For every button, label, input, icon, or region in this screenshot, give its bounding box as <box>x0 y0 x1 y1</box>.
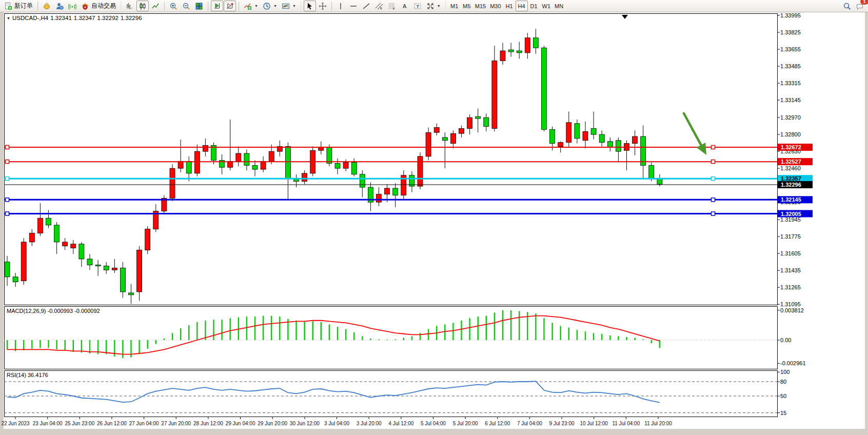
candle-up <box>63 242 68 246</box>
timeframe-button-m30[interactable]: M30 <box>488 1 503 11</box>
candle-down <box>186 162 191 173</box>
candle-down <box>285 146 290 178</box>
timeframe-button-m1[interactable]: M1 <box>448 1 461 11</box>
new-order-label: 新订单 <box>14 2 33 10</box>
fibonacci-button[interactable]: F <box>386 1 398 11</box>
svg-text:1.33825: 1.33825 <box>780 29 801 35</box>
chart-canvas[interactable]: 1.339951.338251.336551.334851.333151.331… <box>0 0 868 435</box>
candle-up <box>178 162 183 169</box>
channel-icon: E <box>375 2 383 10</box>
channel-button[interactable]: E <box>373 1 385 11</box>
timeframe-button-m5[interactable]: M5 <box>461 1 473 11</box>
svg-text:50: 50 <box>780 393 786 399</box>
crosshair-button[interactable] <box>317 1 329 11</box>
signals-icon <box>68 2 76 10</box>
candle-down <box>46 218 51 225</box>
cursor-button[interactable] <box>304 1 316 11</box>
svg-text:3 Jul 04:00: 3 Jul 04:00 <box>324 421 349 426</box>
text-label-button[interactable]: T <box>411 1 424 11</box>
svg-text:1.31265: 1.31265 <box>780 284 801 290</box>
candle-down <box>550 129 555 143</box>
text-button[interactable]: A <box>399 1 411 11</box>
bar-chart-button[interactable] <box>124 1 136 11</box>
candle-up <box>236 153 241 162</box>
timeframe-button-m15[interactable]: M15 <box>473 1 488 11</box>
line-chart-button[interactable] <box>149 1 162 11</box>
line-handle <box>6 198 9 202</box>
timeframe-button-w1[interactable]: W1 <box>540 1 553 11</box>
svg-text:A: A <box>403 3 407 9</box>
candle-down <box>13 277 18 282</box>
candle-up <box>558 143 563 147</box>
candle-up <box>377 194 382 203</box>
candle-up <box>525 38 530 53</box>
dropdown-arrow-icon: ▼ <box>254 4 258 8</box>
candle-down <box>533 38 538 48</box>
svg-text:1.31435: 1.31435 <box>780 267 801 273</box>
candle-down <box>393 188 398 195</box>
vertical-line-icon <box>337 2 345 10</box>
candle-down <box>591 128 596 134</box>
auto-scroll-icon <box>213 2 221 10</box>
svg-text:1.32296: 1.32296 <box>781 182 801 188</box>
zoom-out-button[interactable] <box>180 1 192 11</box>
signals-button[interactable] <box>66 1 78 11</box>
svg-text:4 Jul 12:00: 4 Jul 12:00 <box>388 421 413 426</box>
candle-up <box>71 244 76 248</box>
svg-text:23 Jun 04:00: 23 Jun 04:00 <box>33 421 63 426</box>
auto-scroll-button[interactable] <box>211 1 223 11</box>
timeframe-button-mn[interactable]: MN <box>553 1 565 11</box>
candle-up <box>21 242 26 281</box>
line-handle <box>6 212 9 215</box>
search-button[interactable] <box>841 1 853 11</box>
vertical-line-button[interactable] <box>334 1 347 11</box>
zoom-out-icon <box>182 2 190 10</box>
arrows-button[interactable]: ▼ <box>424 1 443 11</box>
timeframe-button-h1[interactable]: H1 <box>503 1 516 11</box>
candle-down <box>79 244 84 259</box>
svg-text:100: 100 <box>780 369 790 375</box>
toolbar-grip <box>120 2 122 11</box>
svg-text:1.31095: 1.31095 <box>780 301 801 307</box>
svg-text:3 Jul 20:00: 3 Jul 20:00 <box>357 421 382 426</box>
community-button[interactable] <box>53 1 66 11</box>
dropdown-arrow-icon: ▼ <box>437 4 441 8</box>
candle-up <box>269 151 274 161</box>
trendline-button[interactable] <box>360 1 372 11</box>
svg-text:27 Jun 20:00: 27 Jun 20:00 <box>161 421 191 426</box>
autotrade-button[interactable]: 自动交易 <box>79 1 118 11</box>
candlestick-chart-button[interactable] <box>136 1 149 11</box>
chart-shift-button[interactable] <box>224 1 236 11</box>
candle-up <box>492 61 497 128</box>
zoom-in-button[interactable] <box>167 1 180 11</box>
templates-button[interactable]: ▼ <box>280 1 298 11</box>
trendline-icon <box>362 2 370 10</box>
line-handle <box>6 177 9 181</box>
templates-icon <box>282 2 290 10</box>
candle-down <box>351 163 357 174</box>
toolbar-separator <box>331 2 332 11</box>
svg-text:11 Jul 20:00: 11 Jul 20:00 <box>644 421 672 426</box>
candle-down <box>484 117 489 126</box>
svg-text:1.33315: 1.33315 <box>780 80 801 86</box>
indicators-button[interactable]: ▼ <box>242 1 260 11</box>
candle-down <box>508 50 514 52</box>
candle-down <box>327 147 332 163</box>
line-handle <box>6 145 9 149</box>
indicators-icon <box>244 2 252 10</box>
candle-up <box>418 156 423 186</box>
candle-up <box>137 250 142 292</box>
seal-button[interactable] <box>41 1 53 11</box>
candle-down <box>5 262 10 277</box>
horizontal-line-button[interactable] <box>347 1 360 11</box>
candle-down <box>252 165 258 169</box>
svg-text:1.32005: 1.32005 <box>781 211 801 217</box>
tile-windows-button[interactable] <box>193 1 205 11</box>
svg-text:9 Jul 23:00: 9 Jul 23:00 <box>549 421 575 426</box>
candle-down <box>616 141 621 151</box>
timeframe-button-h4[interactable]: H4 <box>516 1 528 11</box>
svg-text:5 Jul 04:00: 5 Jul 04:00 <box>421 421 446 426</box>
new-order-button[interactable]: 新订单 <box>2 1 35 11</box>
timeframe-button-d1[interactable]: D1 <box>528 1 540 11</box>
periods-button[interactable]: ▼ <box>261 1 279 11</box>
